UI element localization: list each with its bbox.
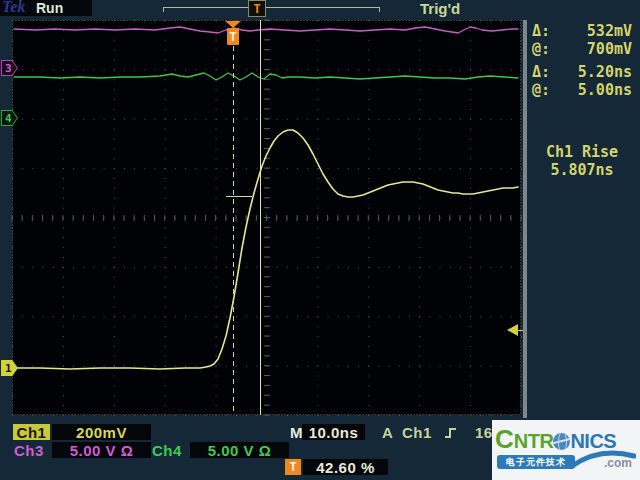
- trigger-source: Ch1: [402, 424, 432, 441]
- trigger-mode-label: A: [382, 424, 393, 441]
- logo-subtitle-pill: 电子元件技术: [497, 455, 575, 469]
- globe-icon: [553, 433, 570, 450]
- record-view-bar: [163, 7, 380, 8]
- delta-label: Δ:: [532, 63, 550, 81]
- at-label: @:: [532, 81, 550, 99]
- acquisition-status: Run: [36, 0, 63, 16]
- logo-letter-c: C: [495, 424, 514, 454]
- tek-logo: Tek: [2, 0, 25, 16]
- logo-letters-ntr: NTR: [514, 430, 554, 452]
- delta-value: 532mV: [587, 22, 632, 40]
- delta-label: Δ:: [532, 22, 550, 40]
- ch4-label: Ch4: [152, 442, 182, 459]
- auto-measurement: Ch1 Rise 5.807ns: [524, 143, 640, 179]
- channel-marker-number: 1: [5, 362, 12, 375]
- cursor-amplitude-delta-row: Δ: 532mV: [524, 22, 638, 40]
- trigger-position-readout: 42.60 %: [303, 459, 388, 475]
- timebase-readout: 10.0ns: [302, 424, 365, 440]
- cntronics-watermark[interactable]: CNTRNICS 电子元件技术 .com: [492, 420, 640, 480]
- channel-marker-number: 3: [5, 62, 12, 75]
- cursor-time-at-row: @: 5.00ns: [524, 81, 638, 99]
- record-trigger-position-icon: T: [248, 0, 266, 17]
- ch3-label: Ch3: [14, 442, 44, 459]
- ch1-label-tag: Ch1: [13, 424, 50, 440]
- graticule-screen: [12, 20, 521, 415]
- measurement-value: 5.807ns: [524, 161, 640, 179]
- channel-marker-number: 4: [5, 112, 12, 125]
- ch1-scale-readout: 200mV: [52, 424, 151, 440]
- cursor-amplitude-at-row: @: 700mV: [524, 40, 638, 58]
- rising-edge-icon: [444, 427, 458, 439]
- measurement-title: Ch1 Rise: [524, 143, 640, 161]
- delta-value: 5.20ns: [578, 63, 632, 81]
- oscilloscope-display: T Tek Run Trig'd T Δ: 532mV @: 700mV Δ: …: [0, 0, 640, 480]
- at-value: 700mV: [587, 40, 632, 58]
- cursor-time-delta-row: Δ: 5.20ns: [524, 63, 638, 81]
- ch3-scale-readout: 5.00 V Ω: [52, 442, 151, 458]
- logo-tld: .com: [604, 456, 632, 470]
- ch4-scale-readout: 5.00 V Ω: [190, 442, 289, 458]
- trigger-status: Trig'd: [420, 0, 460, 17]
- trigger-level-readout: 16: [475, 424, 493, 441]
- at-value: 5.00ns: [578, 81, 632, 99]
- record-view-right-bracket: [379, 7, 380, 12]
- record-view-left-bracket: [163, 7, 164, 12]
- at-label: @:: [532, 40, 550, 58]
- trigger-position-icon: T: [285, 459, 301, 475]
